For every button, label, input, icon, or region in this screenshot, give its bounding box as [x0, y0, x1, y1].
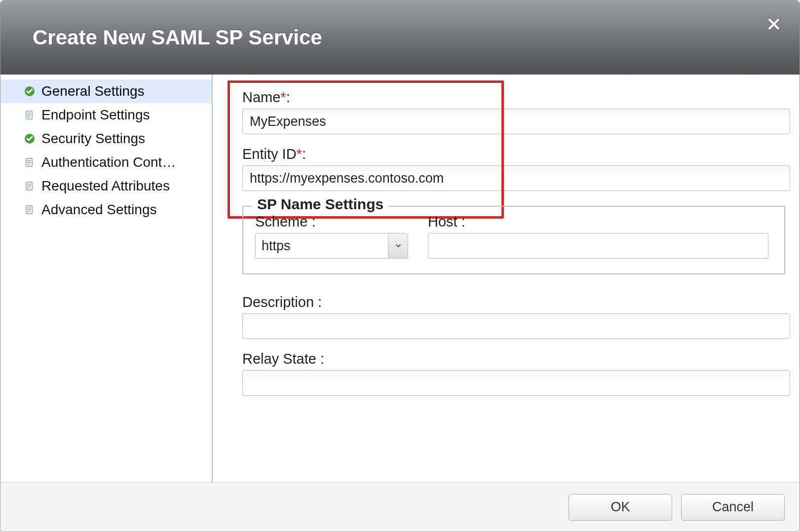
- sp-name-settings-fieldset: SP Name Settings Scheme : https Host :: [242, 206, 785, 274]
- dialog-titlebar: Create New SAML SP Service: [0, 0, 800, 75]
- sidebar-item-label: Endpoint Settings: [41, 107, 150, 123]
- scheme-label: Scheme :: [255, 214, 408, 230]
- sidebar-item-endpoint-settings[interactable]: Endpoint Settings: [0, 103, 212, 127]
- name-field: Name*:: [223, 84, 786, 134]
- page-icon: [23, 203, 37, 217]
- name-input[interactable]: [242, 109, 790, 134]
- dialog: Create New SAML SP Service General Setti…: [0, 0, 800, 532]
- host-label: Host :: [428, 214, 768, 230]
- sidebar-item-label: Authentication Cont…: [41, 154, 176, 170]
- dialog-title: Create New SAML SP Service: [33, 26, 322, 49]
- form-panel: Name*: Entity ID*: SP Name Settings Sche…: [213, 75, 800, 482]
- host-input[interactable]: [428, 233, 768, 259]
- page-icon: [23, 155, 37, 169]
- sidebar-item-label: Requested Attributes: [41, 178, 170, 194]
- close-button[interactable]: [764, 14, 784, 34]
- cancel-button[interactable]: Cancel: [681, 494, 785, 521]
- check-icon: [23, 132, 37, 146]
- scheme-combobox[interactable]: https: [255, 233, 408, 259]
- sidebar-item-authentication-context[interactable]: Authentication Cont…: [0, 151, 212, 174]
- relay-state-label: Relay State :: [242, 351, 786, 367]
- sp-name-settings-legend: SP Name Settings: [252, 196, 388, 213]
- ok-button[interactable]: OK: [569, 494, 672, 521]
- sidebar-item-label: Advanced Settings: [41, 202, 157, 218]
- scheme-value: https: [256, 233, 388, 258]
- chevron-down-icon: [394, 242, 402, 250]
- sidebar-item-label: Security Settings: [41, 131, 145, 147]
- entity-id-label: Entity ID*:: [242, 146, 786, 162]
- scheme-field: Scheme : https: [255, 214, 408, 259]
- description-label: Description :: [242, 294, 786, 310]
- sidebar: General Settings Endpoint Settings Secur…: [0, 75, 213, 482]
- relay-state-field: Relay State :: [223, 351, 786, 396]
- entity-id-field: Entity ID*:: [223, 146, 786, 191]
- name-label: Name*:: [242, 89, 786, 106]
- sidebar-item-advanced-settings[interactable]: Advanced Settings: [0, 198, 212, 222]
- page-icon: [23, 179, 37, 193]
- relay-state-input[interactable]: [242, 370, 790, 396]
- dialog-body: General Settings Endpoint Settings Secur…: [0, 75, 800, 482]
- required-star: *: [280, 89, 286, 105]
- description-field: Description :: [223, 294, 786, 339]
- page-icon: [23, 108, 37, 122]
- description-input[interactable]: [242, 313, 790, 339]
- sidebar-item-security-settings[interactable]: Security Settings: [0, 127, 212, 151]
- required-star: *: [297, 146, 302, 162]
- close-icon: [767, 18, 780, 31]
- dialog-footer: OK Cancel: [0, 482, 800, 532]
- sidebar-item-requested-attributes[interactable]: Requested Attributes: [0, 174, 212, 198]
- sidebar-item-label: General Settings: [41, 83, 145, 99]
- sidebar-item-general-settings[interactable]: General Settings: [0, 79, 212, 103]
- scheme-dropdown-button[interactable]: [388, 233, 408, 258]
- host-field: Host :: [428, 214, 768, 259]
- entity-id-input[interactable]: [242, 165, 790, 191]
- check-icon: [23, 84, 37, 98]
